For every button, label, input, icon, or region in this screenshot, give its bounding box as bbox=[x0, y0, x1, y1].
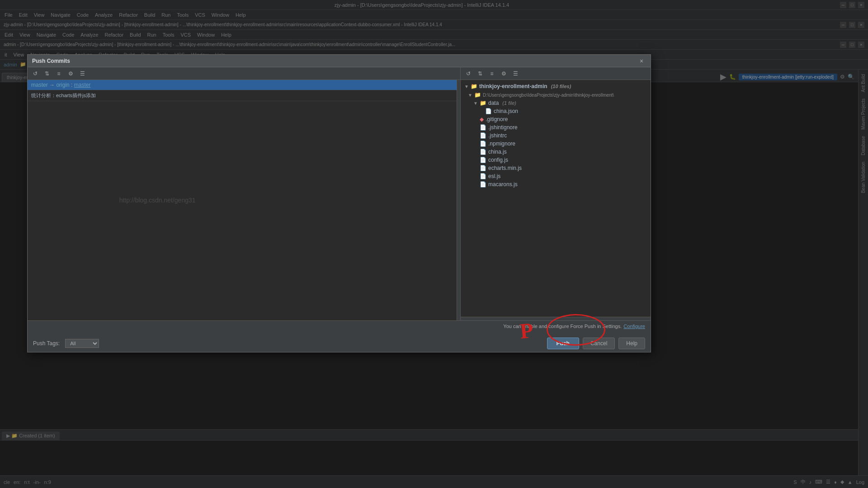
json-icon-china: 📄 bbox=[485, 108, 492, 114]
jshintignore-label: .jshintignore bbox=[488, 124, 518, 131]
dialog-title: Push Commits bbox=[32, 58, 637, 64]
tree-gitignore[interactable]: ◆ .gitignore bbox=[461, 115, 651, 123]
tree-china-json[interactable]: 📄 china.json bbox=[461, 107, 651, 115]
git-icon: ◆ bbox=[480, 116, 484, 122]
china-js-label: china.js bbox=[488, 149, 507, 155]
project-path-label: D:\Users\gengsongbo\IdeaProjects\zjy-adm… bbox=[483, 93, 614, 98]
dialog-left-panel: ↺ ⇅ ≡ ⚙ ☰ master → origin : bbox=[28, 67, 461, 320]
config-js-label: config.js bbox=[488, 157, 508, 163]
toolbar-btn-1[interactable]: ↺ bbox=[30, 69, 40, 79]
toolbar-btn-5[interactable]: ☰ bbox=[77, 69, 87, 79]
commit-message-row[interactable]: 统计分析：echarts插件js添加 bbox=[28, 90, 457, 101]
file-tree: ▼ 📁 thinkjoy-enrollment-admin (10 files)… bbox=[461, 80, 651, 317]
project-root-label: thinkjoy-enrollment-admin bbox=[479, 83, 547, 89]
data-file-count: (1 file) bbox=[502, 100, 516, 106]
rt-btn-2[interactable]: ⇅ bbox=[475, 69, 485, 79]
china-json-label: china.json bbox=[494, 108, 518, 114]
gitignore-label: .gitignore bbox=[486, 116, 508, 122]
tree-data-folder[interactable]: ▼ 📁 data (1 file) bbox=[461, 99, 651, 107]
commit-list-scrollbar[interactable] bbox=[457, 80, 460, 320]
push-button[interactable]: Push bbox=[547, 338, 579, 349]
dialog-close-button[interactable]: × bbox=[637, 56, 646, 66]
dialog-body: ↺ ⇅ ≡ ⚙ ☰ master → origin : bbox=[28, 67, 651, 320]
help-button[interactable]: Help bbox=[618, 338, 645, 349]
dialog-right-panel: ↺ ⇅ ≡ ⚙ ☰ ▼ 📁 thinkjoy-enrollment-admin … bbox=[461, 67, 651, 320]
dialog-footer: You can enable and configure Force Push … bbox=[28, 320, 651, 352]
rt-btn-1[interactable]: ↺ bbox=[463, 69, 473, 79]
dialog-left-toolbar: ↺ ⇅ ≡ ⚙ ☰ bbox=[28, 67, 460, 80]
rt-btn-5[interactable]: ☰ bbox=[510, 69, 520, 79]
expand-icon-path: ▼ bbox=[468, 93, 472, 98]
tree-project-root[interactable]: ▼ 📁 thinkjoy-enrollment-admin (10 files) bbox=[461, 82, 651, 91]
echarts-min-js-label: echarts.min.js bbox=[488, 165, 522, 171]
macarons-js-label: macarons.js bbox=[488, 181, 518, 188]
branch-remote: origin bbox=[56, 82, 69, 88]
branch-to[interactable]: master bbox=[74, 82, 91, 88]
commit-message-text: 统计分析：echarts插件js添加 bbox=[31, 93, 96, 98]
js-icon-macarons: 📄 bbox=[480, 181, 486, 188]
js-icon-npmignore: 📄 bbox=[480, 141, 486, 147]
tree-project-path[interactable]: ▼ 📁 D:\Users\gengsongbo\IdeaProjects\zjy… bbox=[461, 91, 651, 99]
js-icon-config: 📄 bbox=[480, 157, 486, 163]
jshintrc-label: .jshintrc bbox=[488, 132, 507, 139]
tree-jshintignore[interactable]: 📄 .jshintignore bbox=[461, 123, 651, 131]
npmignore-label: .npmignore bbox=[488, 141, 515, 147]
cancel-button[interactable]: Cancel bbox=[583, 338, 615, 349]
toolbar-btn-2[interactable]: ⇅ bbox=[42, 69, 52, 79]
tree-echarts-min-js[interactable]: 📄 echarts.min.js bbox=[461, 164, 651, 172]
js-icon-esl: 📄 bbox=[480, 173, 486, 179]
branch-from: master bbox=[31, 82, 48, 88]
rt-btn-4[interactable]: ⚙ bbox=[499, 69, 509, 79]
configure-link[interactable]: Configure bbox=[623, 324, 645, 329]
folder-icon-root: 📁 bbox=[471, 83, 477, 89]
js-icon-jshintrc: 📄 bbox=[480, 132, 486, 139]
toolbar-btn-4[interactable]: ⚙ bbox=[66, 69, 75, 79]
branch-colon: : bbox=[71, 82, 74, 88]
dialog-overlay: Push Commits × ↺ ⇅ ≡ ⚙ ☰ bbox=[0, 0, 868, 488]
push-commits-dialog: Push Commits × ↺ ⇅ ≡ ⚙ ☰ bbox=[27, 54, 651, 352]
rt-btn-3[interactable]: ≡ bbox=[487, 69, 497, 79]
tree-jshintrc[interactable]: 📄 .jshintrc bbox=[461, 131, 651, 140]
commit-branch-row[interactable]: master → origin : master bbox=[28, 80, 457, 90]
branch-arrow: → bbox=[49, 82, 56, 88]
push-tags-label: Push Tags: bbox=[33, 340, 60, 347]
folder-icon-path: 📁 bbox=[474, 92, 481, 98]
js-icon-echarts: 📄 bbox=[480, 165, 486, 171]
dialog-right-toolbar: ↺ ⇅ ≡ ⚙ ☰ bbox=[461, 67, 651, 80]
expand-icon-root: ▼ bbox=[464, 84, 469, 89]
expand-icon-data: ▼ bbox=[473, 101, 478, 106]
toolbar-btn-3[interactable]: ≡ bbox=[54, 69, 64, 79]
project-file-count: (10 files) bbox=[551, 84, 571, 89]
tree-esl-js[interactable]: 📄 esl.js bbox=[461, 172, 651, 180]
folder-icon-data: 📁 bbox=[480, 100, 486, 106]
tree-macarons-js[interactable]: 📄 macarons.js bbox=[461, 180, 651, 188]
footer-buttons: Push Tags: All None Push Cancel Help bbox=[28, 335, 651, 352]
tree-config-js[interactable]: 📄 config.js bbox=[461, 156, 651, 164]
tree-china-js[interactable]: 📄 china.js bbox=[461, 148, 651, 156]
footer-info: You can enable and configure Force Push … bbox=[28, 321, 651, 330]
force-push-info-text: You can enable and configure Force Push … bbox=[503, 324, 622, 329]
commit-list: master → origin : master 统计分析：echarts插件j… bbox=[28, 80, 457, 320]
tree-npmignore[interactable]: 📄 .npmignore bbox=[461, 140, 651, 148]
commit-list-wrapper: master → origin : master 统计分析：echarts插件j… bbox=[28, 80, 460, 320]
file-tree-scrollbar[interactable] bbox=[461, 317, 651, 320]
dialog-title-bar: Push Commits × bbox=[28, 55, 651, 67]
js-icon-china: 📄 bbox=[480, 149, 486, 155]
esl-js-label: esl.js bbox=[488, 173, 500, 179]
js-icon-jshintignore: 📄 bbox=[480, 124, 486, 131]
push-tags-select[interactable]: All None bbox=[65, 339, 99, 348]
data-folder-label: data bbox=[488, 100, 499, 106]
